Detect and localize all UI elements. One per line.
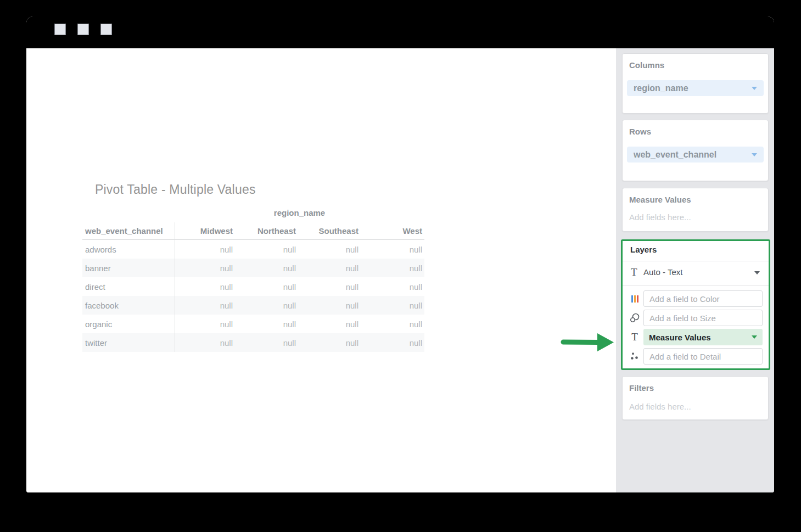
window-control-icon[interactable] [77,24,89,35]
table-row: adwordsnullnullnullnull [82,240,424,259]
pivot-table: region_name web_event_channelMidwestNort… [82,206,424,352]
cell-value: null [235,259,298,277]
color-field-input[interactable] [643,290,763,307]
cell-value: null [361,240,424,259]
table-row: bannernullnullnullnull [82,259,424,277]
filters-panel: Filters Add fields here... [622,376,769,420]
cell-value: null [361,296,424,315]
measure-values-dropzone[interactable]: Add fields here... [629,212,691,222]
cell-value: null [175,333,235,352]
app-window: Pivot Table - Multiple Values region_nam… [26,16,774,492]
columns-field-label: region_name [634,83,688,93]
filters-dropzone[interactable]: Add fields here... [629,402,691,411]
layer-type-dropdown[interactable]: T Auto - Text [623,261,769,285]
filters-panel-title: Filters [629,383,654,393]
column-header: Midwest [175,222,235,240]
cell-value: null [175,315,235,333]
columns-panel: Columns region_name [622,53,769,114]
cell-value: null [235,315,298,333]
cell-value: null [361,277,424,296]
row-label: twitter [82,333,175,352]
text-field-label: Measure Values [649,333,711,342]
window-titlebar [26,16,774,48]
table-row: facebooknullnullnullnull [82,296,424,315]
window-control-icon[interactable] [100,24,112,35]
column-header: Northeast [235,222,298,240]
cell-value: null [361,333,424,352]
row-label: organic [82,315,175,333]
rows-field-label: web_event_channel [634,150,716,160]
cell-value: null [235,277,298,296]
annotation-arrow-icon [557,328,617,356]
visualization-title: Pivot Table - Multiple Values [95,182,256,197]
cell-value: null [298,240,361,259]
table-row: twitternullnullnullnull [82,333,424,352]
color-bars-icon [629,290,640,307]
chevron-down-icon [752,335,757,339]
cell-value: null [298,296,361,315]
size-slot-row [623,310,769,326]
chevron-down-icon [752,153,757,156]
measure-values-panel-title: Measure Values [629,195,691,204]
measure-values-panel: Measure Values Add fields here... [622,188,769,232]
rows-panel-title: Rows [629,127,651,136]
size-circles-icon [629,310,640,326]
columns-panel-title: Columns [629,60,664,70]
cell-value: null [298,277,361,296]
row-label: facebook [82,296,175,315]
row-label: direct [82,277,175,296]
rows-panel: Rows web_event_channel [622,120,769,181]
cell-value: null [298,333,361,352]
field-configuration-sidebar: Columns region_name Rows web_event_chann… [616,48,774,492]
detail-slot-row [623,348,769,365]
columns-field-pill[interactable]: region_name [627,80,764,96]
cell-value: null [361,259,424,277]
layers-panel: Layers T Auto - Text [621,239,770,370]
rows-field-pill[interactable]: web_event_channel [627,147,764,163]
text-slot-row: T Measure Values [623,329,769,345]
cell-value: null [175,259,235,277]
pivot-header-row: web_event_channelMidwestNortheastSouthea… [82,222,424,240]
size-field-input[interactable] [643,310,763,326]
window-content: Pivot Table - Multiple Values region_nam… [26,48,774,492]
cell-value: null [175,296,235,315]
layers-panel-title: Layers [630,245,657,254]
cell-value: null [235,240,298,259]
chevron-down-icon [752,87,757,90]
detail-dots-icon [629,348,640,365]
cell-value: null [235,296,298,315]
table-row: directnullnullnullnull [82,277,424,296]
cell-value: null [175,277,235,296]
detail-field-input[interactable] [643,348,763,365]
visualization-canvas: Pivot Table - Multiple Values region_nam… [26,48,616,492]
table-row: organicnullnullnullnull [82,315,424,333]
divider [623,285,769,285]
pivot-data-table: web_event_channelMidwestNortheastSouthea… [82,222,424,352]
column-header: West [361,222,424,240]
color-slot-row [623,290,769,307]
column-dimension-header: region_name [175,206,424,222]
cell-value: null [175,240,235,259]
cell-value: null [361,315,424,333]
text-icon: T [629,329,640,345]
text-icon: T [631,266,637,278]
cell-value: null [298,315,361,333]
chevron-down-icon [754,271,760,275]
window-control-icon[interactable] [54,24,66,35]
cell-value: null [235,333,298,352]
row-label: adwords [82,240,175,259]
column-header: Southeast [298,222,361,240]
layer-type-label: Auto - Text [643,267,682,277]
row-dimension-header: web_event_channel [82,222,175,240]
pivot-body: adwordsnullnullnullnullbannernullnullnul… [82,240,424,352]
cell-value: null [298,259,361,277]
row-label: banner [82,259,175,277]
text-field-pill[interactable]: Measure Values [643,329,763,345]
